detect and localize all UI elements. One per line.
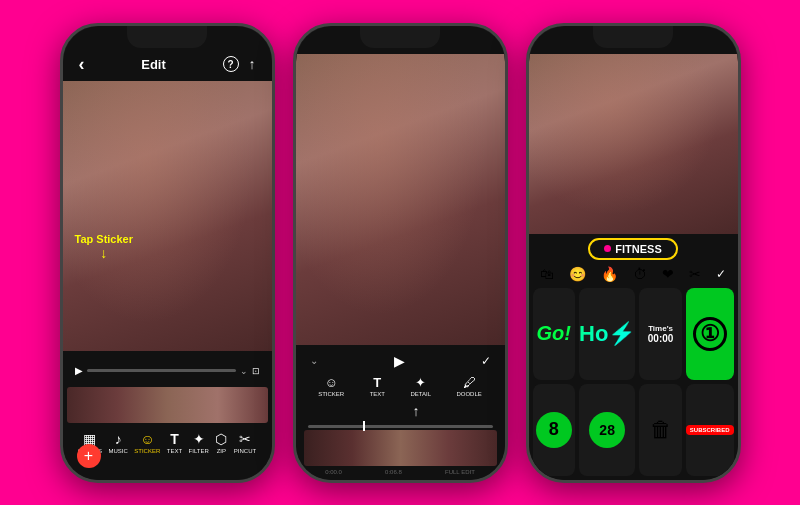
phone2-bottom: ⌄ ▶ ✓ ☺ STICKER T TEXT ✦ DETAIL: [296, 345, 505, 480]
toolbar-pincut[interactable]: ✂ PINCUT: [234, 431, 256, 454]
phone-2: ⌄ ▶ ✓ ☺ STICKER T TEXT ✦ DETAIL: [293, 23, 508, 483]
fitness-pill[interactable]: FITNESS: [588, 238, 677, 260]
p2-play-button[interactable]: ▶: [394, 353, 405, 369]
sticker-subscribed[interactable]: SUBSCRIBED: [686, 384, 734, 476]
category-scissors-icon[interactable]: ✂: [689, 266, 701, 282]
p2-doodle-tool[interactable]: 🖊 DOODLE: [456, 375, 481, 397]
pincut-icon: ✂: [239, 431, 251, 447]
p2-detail-tool[interactable]: ✦ DETAIL: [410, 375, 431, 397]
sticker-8[interactable]: 8: [533, 384, 576, 476]
number-28: 28: [599, 422, 615, 438]
phone3-video: [529, 54, 738, 234]
text-label: TEXT: [167, 448, 182, 454]
category-check-icon[interactable]: ✓: [716, 267, 726, 281]
phone-1: ‹ Edit ? ↑ Tap Sticker ↓ ▶ ⌄ ⊡: [60, 23, 275, 483]
sticker-trash[interactable]: 🗑: [639, 384, 682, 476]
pincut-label: PINCUT: [234, 448, 256, 454]
phone1-video: Tap Sticker ↓: [63, 81, 272, 351]
tap-arrow: ↓: [75, 245, 134, 261]
filter-icon: ✦: [193, 431, 205, 447]
category-timer-icon[interactable]: ⏱: [633, 266, 647, 282]
tap-sticker-label: Tap Sticker ↓: [75, 233, 134, 261]
fitness-label: FITNESS: [615, 243, 661, 255]
p2-doodle-label: DOODLE: [456, 391, 481, 397]
zip-icon: ⬡: [215, 431, 227, 447]
p1-thumbnail-strip: [67, 387, 268, 423]
sticker-circle-1[interactable]: ①: [686, 288, 734, 380]
category-smile-icon[interactable]: 😊: [569, 266, 586, 282]
number-8: 8: [549, 419, 559, 440]
p2-controls: ⌄ ▶ ✓: [300, 349, 501, 373]
p2-timeline-bar: [308, 425, 493, 428]
p2-text-tool[interactable]: T TEXT: [370, 375, 385, 397]
music-label: MUSIC: [108, 448, 127, 454]
p2-tools: ☺ STICKER T TEXT ✦ DETAIL 🖊 DOODLE: [300, 373, 501, 399]
edit-title: Edit: [141, 57, 166, 72]
p2-sticker-tool[interactable]: ☺ STICKER: [318, 375, 344, 397]
text-icon: T: [170, 431, 179, 447]
phone2-video: [296, 54, 505, 345]
p2-sticker-icon: ☺: [325, 375, 338, 390]
toolbar-music[interactable]: ♪ MUSIC: [108, 431, 127, 454]
sticker-label: STICKER: [134, 448, 160, 454]
go-text: Go!: [537, 322, 571, 345]
p1-play-button[interactable]: ▶: [75, 365, 83, 376]
trash-icon: 🗑: [650, 417, 672, 443]
p2-text-icon: T: [373, 375, 381, 390]
add-button[interactable]: +: [77, 444, 101, 468]
back-icon[interactable]: ‹: [79, 54, 85, 75]
chevron-down-icon[interactable]: ⌄: [310, 355, 318, 366]
phone1-bottom: ▶ ⌄ ⊡ ▦ CANVAS ♪ MUSIC: [63, 351, 272, 480]
music-icon: ♪: [115, 431, 122, 447]
sticker-holo[interactable]: Ho⚡: [579, 288, 635, 380]
filter-label: FILTER: [189, 448, 209, 454]
circle-1-text: ①: [693, 317, 727, 351]
timeline-label-3: FULL EDIT: [445, 469, 475, 475]
p2-thumb-strip: [304, 430, 497, 466]
p2-doodle-icon: 🖊: [463, 375, 476, 390]
timeline-label-2: 0:06.8: [385, 469, 402, 475]
sticker-category-row: 🛍 😊 🔥 ⏱ ❤ ✂ ✓: [533, 264, 734, 284]
subscribed-text: SUBSCRIBED: [686, 425, 734, 435]
p2-upload-arrow[interactable]: ↑: [332, 399, 501, 423]
expand-icon[interactable]: ⌄: [240, 366, 248, 376]
times-line1: Time's: [648, 324, 674, 333]
circle-8: 8: [536, 412, 572, 448]
phone-3: FITNESS 🛍 😊 🔥 ⏱ ❤ ✂ ✓ Go!: [526, 23, 741, 483]
p2-text-label: TEXT: [370, 391, 385, 397]
p2-sticker-label: STICKER: [318, 391, 344, 397]
fullscreen-icon[interactable]: ⊡: [252, 366, 260, 376]
p2-timeline-labels: 0:00.0 0:06.8 FULL EDIT: [300, 468, 501, 476]
sticker-grid: Go! Ho⚡ Time's 00:00 ①: [533, 288, 734, 476]
p1-timeline: ▶ ⌄ ⊡: [67, 357, 268, 385]
category-heart-icon[interactable]: ❤: [662, 266, 674, 282]
holo-text: Ho⚡: [579, 321, 635, 347]
sticker-28[interactable]: 28: [579, 384, 635, 476]
share-icon[interactable]: ↑: [249, 56, 256, 72]
phone2-header: [296, 26, 505, 54]
timeline-label-1: 0:00.0: [325, 469, 342, 475]
fitness-dot: [604, 245, 611, 252]
category-bag-icon[interactable]: 🛍: [540, 266, 554, 282]
toolbar-zip[interactable]: ⬡ ZIP: [215, 431, 227, 454]
sticker-times[interactable]: Time's 00:00: [639, 288, 682, 380]
phone3-sticker-panel: FITNESS 🛍 😊 🔥 ⏱ ❤ ✂ ✓ Go!: [529, 234, 738, 480]
category-fire-icon[interactable]: 🔥: [601, 266, 618, 282]
phone1-header: ‹ Edit ? ↑: [63, 26, 272, 81]
p2-cursor: [363, 421, 365, 431]
info-icon[interactable]: ?: [223, 56, 239, 72]
toolbar-text[interactable]: T TEXT: [167, 431, 182, 454]
times-text: Time's 00:00: [648, 324, 674, 344]
phone3-header: [529, 26, 738, 54]
toolbar-sticker[interactable]: ☺ STICKER: [134, 431, 160, 454]
p2-detail-icon: ✦: [415, 375, 426, 390]
sticker-icon: ☺: [140, 431, 154, 447]
zip-label: ZIP: [217, 448, 226, 454]
fitness-search-row: FITNESS: [533, 238, 734, 260]
circle-28: 28: [589, 412, 625, 448]
p1-track: [87, 369, 236, 372]
p2-detail-label: DETAIL: [410, 391, 431, 397]
sticker-go[interactable]: Go!: [533, 288, 576, 380]
p2-check-icon[interactable]: ✓: [481, 354, 491, 368]
toolbar-filter[interactable]: ✦ FILTER: [189, 431, 209, 454]
